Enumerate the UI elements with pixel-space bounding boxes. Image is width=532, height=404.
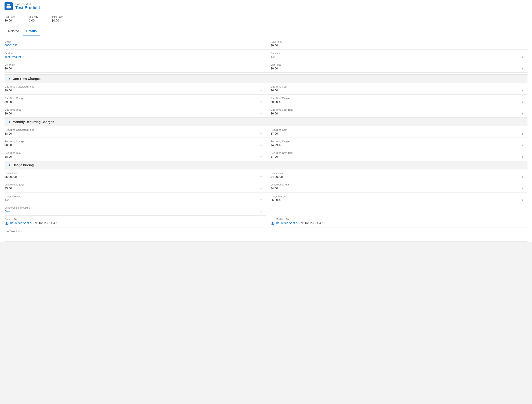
one-time-section-label: One Time Charges (13, 77, 40, 80)
created-by-label: Created By (5, 218, 262, 221)
total-price-lbl: Total Price (271, 40, 524, 43)
usage-quantity-edit-icon[interactable]: ✏ (260, 198, 262, 202)
usage-price-total-label: Usage Price Total (5, 183, 262, 186)
rc-cost-total-val: $7.00 ▲ (271, 155, 524, 159)
otc-margin-arrow-icon: ▲ (521, 100, 524, 104)
modified-by-user-icon: 👤 (271, 221, 275, 225)
order-link[interactable]: 00001032 (5, 44, 18, 47)
rc-calc-price-val: $8.00 ✏ (5, 132, 262, 136)
otc-charge-val: $9.00 ✏ (5, 100, 262, 104)
field-modified-by: Last Modified By 👤Industries Admin, 07/1… (266, 215, 527, 228)
rc-cost-label: Recurring Cost (271, 129, 524, 131)
usage-quantity-label: Usage Quantity (5, 195, 262, 197)
field-unit-price: Unit Price $0.00 ▲ (266, 61, 527, 73)
otc-cost-arrow-icon: ▲ (521, 89, 524, 92)
rc-margin-val: 14.29% ▲ (271, 143, 524, 148)
rc-cost-total-arrow-icon: ▲ (521, 155, 524, 158)
rc-charge-edit-icon[interactable]: ✏ (260, 144, 262, 147)
header-title: Test Product (15, 6, 40, 10)
summary-total-price: Total Price $0.00 (52, 16, 63, 22)
usage-cost-total-val: $4.00 ▲ (271, 187, 524, 191)
otc-total-val: $9.00 ✏ (5, 112, 262, 116)
quantity-arrow-icon: ▲ (521, 55, 524, 59)
otc-cost-label: One Time Cost (271, 85, 524, 88)
usage-uom-link[interactable]: Day (5, 210, 10, 213)
field-list-price: List Price $0.00 (5, 61, 266, 73)
field-created-by: Created By 👤Industries Admin, 07/11/2023… (5, 215, 266, 228)
field-otc-total: One Time Total $9.00 ✏ (5, 106, 266, 118)
total-price-label: Total Price (52, 16, 63, 18)
field-usage-quantity: Usage Quantity 1.00 ✏ (5, 193, 266, 204)
monthly-chevron-icon: ▼ (8, 120, 11, 124)
rc-total-label: Recurring Total (5, 151, 262, 154)
header-text: Order Product Test Product (15, 3, 40, 10)
rc-charge-label: Recurring Charge (5, 140, 262, 143)
field-total-price: Total Price $0.00 (266, 38, 527, 50)
rc-calc-price-label: Recurring Calculated Price (5, 129, 262, 131)
summary-quantity: Quantity 1.00 (29, 16, 38, 22)
otc-total-edit-icon[interactable]: ✏ (260, 112, 262, 115)
usage-cost-total-arrow-icon: ▲ (521, 187, 524, 190)
usage-cost-val: $4.00000 ▲ (271, 175, 524, 179)
modified-by-label: Last Modified By (271, 218, 524, 221)
usage-uom-placeholder (266, 204, 527, 215)
tab-related[interactable]: Related (5, 26, 23, 36)
tabs-bar: Related Details (0, 26, 532, 36)
modified-by-link[interactable]: Industries Admin (275, 221, 297, 225)
otc-charge-edit-icon[interactable]: ✏ (260, 100, 262, 104)
usage-uom-edit-icon[interactable]: ✏ (260, 210, 262, 213)
field-line-description: Line Description (5, 228, 527, 241)
field-rc-cost: Recurring Cost $7.00 ▲ (266, 126, 527, 138)
quantity-val: 1.00 ▲ (271, 55, 524, 59)
product-link[interactable]: Test Product (5, 55, 21, 59)
created-by-date: , 07/11/2023, 14:49 (31, 221, 57, 225)
main-content: Order 00001032 Total Price $0.00 Product… (0, 36, 532, 241)
field-rc-calc-price: Recurring Calculated Price $8.00 ✏ (5, 126, 266, 138)
field-rc-charge: Recurring Charge $8.00 ✏ (5, 138, 266, 149)
line-desc-val (5, 234, 524, 238)
modified-by-val: 👤Industries Admin, 07/11/2023, 14:49 (271, 221, 524, 226)
usage-section-label: Usage Pricing (13, 163, 34, 167)
usage-margin-arrow-icon: ▲ (521, 198, 524, 202)
field-order: Order 00001032 (5, 38, 266, 50)
one-time-charges-header[interactable]: ▼ One Time Charges (5, 74, 527, 83)
rc-calc-price-edit-icon[interactable]: ✏ (260, 132, 262, 135)
tab-details[interactable]: Details (23, 26, 40, 36)
summary-bar: Unit Price $0.00 Quantity 1.00 Total Pri… (0, 13, 532, 26)
list-price-label: List Price (5, 63, 262, 66)
header-bar: Order Product Test Product (0, 0, 532, 13)
otc-calc-price-edit-icon[interactable]: ✏ (260, 89, 262, 92)
usage-chevron-icon: ▼ (8, 163, 11, 167)
usage-price-val: $5.00000 ✏ (5, 175, 262, 179)
product-value: Test Product (5, 55, 262, 59)
created-by-link[interactable]: Industries Admin (9, 221, 31, 225)
field-usage-cost: Usage Cost $4.00000 ▲ (266, 169, 527, 181)
field-otc-cost: One Time Cost $6.00 ▲ (266, 83, 527, 95)
field-otc-calc-price: One Time Calculated Price $9.00 ✏ (5, 83, 266, 95)
field-otc-margin: One Time Margin 50.00% ▲ (266, 95, 527, 106)
one-time-chevron-icon: ▼ (8, 77, 11, 80)
usage-cost-total-label: Usage Cost Total (271, 183, 524, 186)
app-icon (5, 2, 13, 10)
otc-margin-val: 50.00% ▲ (271, 100, 524, 104)
field-otc-cost-total: One Time Cost Total $6.00 ▲ (266, 106, 527, 118)
usage-price-total-edit-icon[interactable]: ✏ (260, 187, 262, 190)
usage-price-total-val: $5.00 ✏ (5, 187, 262, 191)
created-by-val: 👤Industries Admin, 07/11/2023, 14:49 (5, 221, 262, 226)
otc-calc-price-label: One Time Calculated Price (5, 85, 262, 88)
rc-margin-arrow-icon: ▲ (521, 144, 524, 147)
unit-price-arrow-icon: ▲ (521, 67, 524, 70)
order-value: 00001032 (5, 44, 262, 48)
usage-price-edit-icon[interactable]: ✏ (260, 175, 262, 178)
monthly-recurring-header[interactable]: ▼ Monthly Recurring Charges (5, 118, 527, 126)
usage-pricing-header[interactable]: ▼ Usage Pricing (5, 161, 527, 169)
field-rc-cost-total: Recurring Cost Total $7.00 ▲ (266, 149, 527, 161)
field-product: Product Test Product (5, 50, 266, 61)
otc-cost-total-val: $6.00 ▲ (271, 112, 524, 116)
modified-by-date: , 07/11/2023, 14:49 (297, 221, 323, 225)
top-fields-grid: Order 00001032 Total Price $0.00 Product… (5, 36, 527, 74)
rc-total-edit-icon[interactable]: ✏ (260, 155, 262, 158)
total-price-value: $0.00 (52, 19, 63, 22)
usage-price-label: Usage Price (5, 172, 262, 174)
usage-uom-label: Usage Unit of Measure (5, 206, 262, 209)
